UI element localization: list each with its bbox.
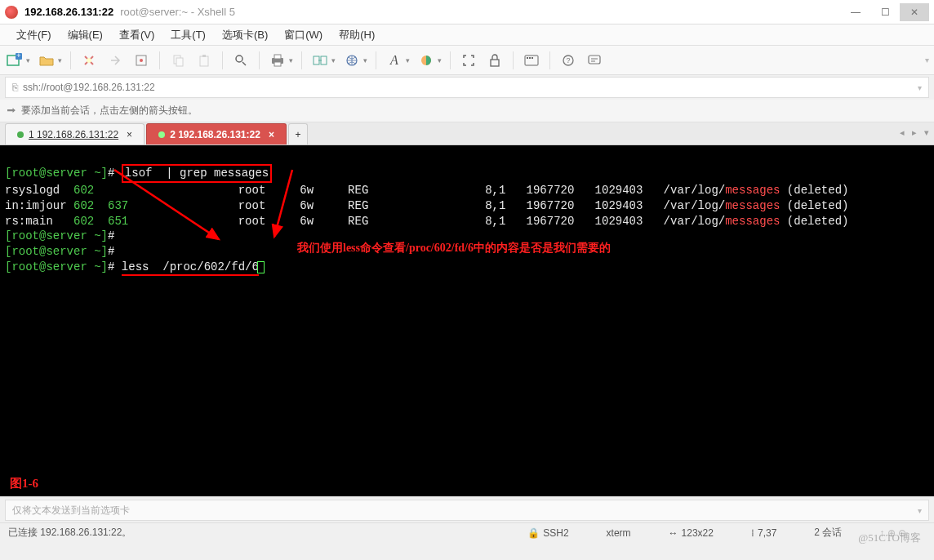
address-text: ssh://root@192.168.26.131:22 bbox=[23, 82, 155, 93]
toolbar-overflow-icon[interactable]: ▾ bbox=[925, 56, 929, 64]
maximize-button[interactable]: ☐ bbox=[870, 3, 900, 21]
xftp-icon[interactable] bbox=[310, 51, 330, 70]
minimize-button[interactable]: — bbox=[841, 3, 870, 21]
compose-icon[interactable] bbox=[585, 51, 604, 70]
svg-rect-21 bbox=[529, 57, 531, 59]
app-icon bbox=[5, 6, 18, 19]
addr-overflow-icon[interactable]: ▾ bbox=[918, 83, 922, 92]
menu-bar: 文件(F) 编辑(E) 查看(V) 工具(T) 选项卡(B) 窗口(W) 帮助(… bbox=[0, 24, 934, 46]
tab-add-button[interactable]: + bbox=[288, 123, 308, 144]
broadcast-input[interactable]: 仅将文本发送到当前选项卡 ▾ bbox=[5, 500, 929, 521]
input-placeholder: 仅将文本发送到当前选项卡 bbox=[12, 504, 130, 518]
fullscreen-icon[interactable] bbox=[459, 51, 478, 70]
lock-icon[interactable] bbox=[485, 51, 505, 70]
status-size: ↔ 123x22 bbox=[669, 526, 714, 540]
status-connection: 已连接 192.168.26.131:22。 bbox=[8, 526, 131, 540]
menu-edit[interactable]: 编辑(E) bbox=[60, 28, 111, 42]
svg-point-3 bbox=[87, 58, 91, 63]
open-folder-icon[interactable] bbox=[37, 51, 56, 70]
reconnect-icon[interactable] bbox=[79, 51, 99, 70]
svg-rect-14 bbox=[314, 56, 319, 64]
svg-rect-20 bbox=[527, 57, 528, 59]
input-overflow-icon[interactable]: ▾ bbox=[918, 506, 922, 515]
toolbar: +▾ ▾ ▾ ▾ ▾ A▾ ▾ ? ▾ bbox=[0, 46, 934, 75]
print-icon[interactable] bbox=[268, 51, 287, 70]
menu-window[interactable]: 窗口(W) bbox=[276, 28, 331, 42]
address-bar[interactable]: ⎘ ssh://root@192.168.26.131:22 ▾ bbox=[5, 77, 929, 98]
svg-rect-8 bbox=[200, 56, 208, 66]
new-session-icon[interactable]: + bbox=[5, 51, 24, 70]
menu-tabs[interactable]: 选项卡(B) bbox=[214, 28, 276, 42]
tabs-bar: 1 192.168.26.131:22 × 2 192.168.26.131:2… bbox=[0, 122, 934, 145]
figure-label: 图1-6 bbox=[10, 475, 38, 491]
svg-point-5 bbox=[140, 59, 143, 62]
menu-file[interactable]: 文件(F) bbox=[8, 28, 60, 42]
status-bar: 已连接 192.168.26.131:22。 🔒 SSH2 xterm ↔ 12… bbox=[0, 522, 934, 542]
globe-icon[interactable] bbox=[342, 51, 362, 70]
copy-icon[interactable] bbox=[168, 51, 188, 70]
hint-text: 要添加当前会话，点击左侧的箭头按钮。 bbox=[21, 104, 198, 118]
hint-bar: ⮕ 要添加当前会话，点击左侧的箭头按钮。 bbox=[0, 100, 934, 122]
color-scheme-icon[interactable] bbox=[416, 51, 436, 70]
svg-rect-13 bbox=[274, 62, 281, 66]
search-icon[interactable] bbox=[231, 51, 251, 70]
window-controls: — ☐ ✕ bbox=[841, 3, 929, 21]
svg-text:?: ? bbox=[566, 56, 570, 64]
window-subtitle: root@server:~ - Xshell 5 bbox=[120, 6, 235, 18]
tab-session-2[interactable]: 2 192.168.26.131:22 × bbox=[146, 123, 287, 144]
disconnect-icon[interactable] bbox=[105, 51, 125, 70]
window-titlebar: 192.168.26.131:22 root@server:~ - Xshell… bbox=[0, 0, 934, 24]
svg-rect-22 bbox=[531, 57, 533, 59]
tab-close-icon[interactable]: × bbox=[127, 129, 132, 140]
help-icon[interactable]: ? bbox=[558, 51, 578, 70]
svg-rect-9 bbox=[202, 55, 206, 57]
hint-arrow-icon[interactable]: ⮕ bbox=[7, 105, 16, 117]
window-title: 192.168.26.131:22 bbox=[24, 6, 113, 18]
tab-close-icon[interactable]: × bbox=[269, 129, 274, 140]
paste-icon[interactable] bbox=[194, 51, 214, 70]
status-sessions: 2 会话 bbox=[814, 526, 842, 540]
svg-rect-18 bbox=[491, 60, 499, 66]
svg-point-10 bbox=[236, 56, 242, 62]
font-icon[interactable]: A bbox=[385, 51, 404, 70]
svg-rect-15 bbox=[321, 56, 327, 64]
tab-label: 2 192.168.26.131:22 bbox=[170, 129, 260, 140]
annotation-text: 我们使用less命令查看/proc/602/fd/6中的内容是否是我们需要的 bbox=[297, 241, 611, 256]
status-termtype: xterm bbox=[607, 526, 631, 540]
terminal-output[interactable]: [root@server ~]# lsof | grep messages rs… bbox=[0, 145, 934, 496]
svg-rect-7 bbox=[176, 58, 183, 66]
tab-session-1[interactable]: 1 192.168.26.131:22 × bbox=[5, 123, 145, 144]
status-cursor: ⁞ 7,37 bbox=[751, 526, 776, 540]
menu-view[interactable]: 查看(V) bbox=[111, 28, 162, 42]
svg-rect-19 bbox=[525, 56, 538, 65]
pin-icon: ⎘ bbox=[12, 82, 18, 93]
svg-rect-25 bbox=[589, 56, 600, 64]
watermark: @51CTO博客 bbox=[858, 531, 921, 545]
status-protocol: 🔒 SSH2 bbox=[527, 526, 568, 540]
close-button[interactable]: ✕ bbox=[900, 3, 929, 21]
tab-label: 1 192.168.26.131:22 bbox=[29, 129, 118, 140]
status-dot-icon bbox=[17, 131, 24, 138]
properties-icon[interactable] bbox=[131, 51, 151, 70]
menu-help[interactable]: 帮助(H) bbox=[331, 28, 383, 42]
svg-text:+: + bbox=[16, 53, 20, 60]
tab-nav-arrows[interactable]: ◂ ▸ ▾ bbox=[900, 127, 929, 138]
svg-rect-12 bbox=[274, 55, 281, 59]
menu-tools[interactable]: 工具(T) bbox=[162, 28, 214, 42]
status-dot-icon bbox=[158, 131, 165, 138]
keymap-icon[interactable] bbox=[522, 51, 541, 70]
